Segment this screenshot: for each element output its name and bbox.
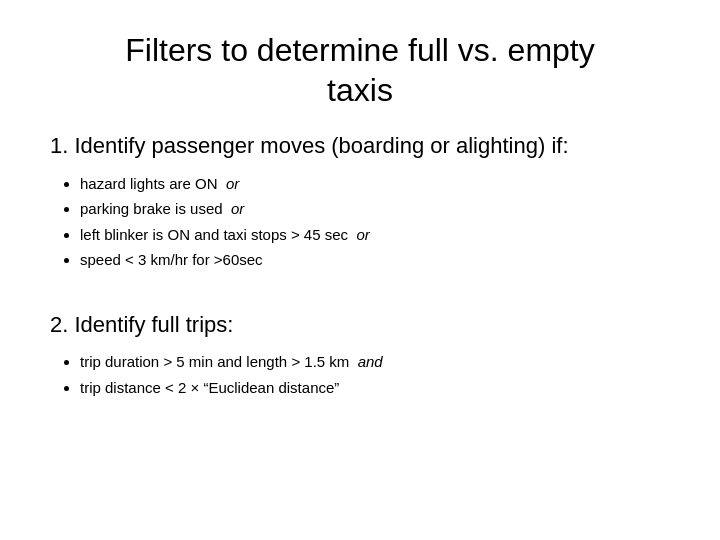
- list-item: hazard lights are ON or: [80, 171, 670, 197]
- bullet-text: parking brake is used: [80, 200, 223, 217]
- slide: Filters to determine full vs. empty taxi…: [0, 0, 720, 540]
- slide-title: Filters to determine full vs. empty taxi…: [50, 30, 670, 110]
- bullet-text: trip duration > 5 min and length > 1.5 k…: [80, 353, 349, 370]
- section-2: 2. Identify full trips: trip duration > …: [50, 311, 670, 429]
- list-item: left blinker is ON and taxi stops > 45 s…: [80, 222, 670, 248]
- list-item: parking brake is used or: [80, 196, 670, 222]
- section-1-bullet-list: hazard lights are ON or parking brake is…: [80, 171, 670, 273]
- bullet-text: trip distance < 2 × “Euclidean distance”: [80, 379, 339, 396]
- bullet-text: hazard lights are ON: [80, 175, 218, 192]
- or-label: or: [231, 200, 244, 217]
- bullet-text: speed < 3 km/hr for >60sec: [80, 251, 263, 268]
- list-item: trip distance < 2 × “Euclidean distance”: [80, 375, 670, 401]
- or-label: or: [226, 175, 239, 192]
- section-1-heading: 1. Identify passenger moves (boarding or…: [50, 132, 670, 161]
- or-label: or: [356, 226, 369, 243]
- list-item: speed < 3 km/hr for >60sec: [80, 247, 670, 273]
- bullet-text: left blinker is ON and taxi stops > 45 s…: [80, 226, 348, 243]
- section-2-bullet-list: trip duration > 5 min and length > 1.5 k…: [80, 349, 670, 400]
- list-item: trip duration > 5 min and length > 1.5 k…: [80, 349, 670, 375]
- section-1: 1. Identify passenger moves (boarding or…: [50, 132, 670, 301]
- section-2-heading: 2. Identify full trips:: [50, 311, 670, 340]
- and-label: and: [358, 353, 383, 370]
